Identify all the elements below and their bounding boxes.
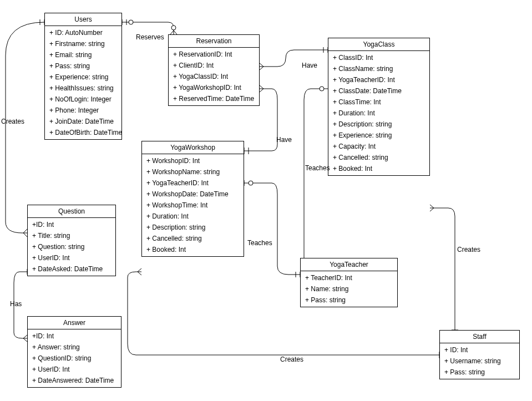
attr: + ClassName: string	[328, 63, 429, 74]
rel-have: Have	[302, 62, 317, 69]
entity-reservation: Reservation + ReservationID: Int + Clien…	[168, 34, 260, 106]
entity-title: Question	[28, 205, 115, 218]
attr: + Capacity: Int	[328, 141, 429, 152]
entity-title: Answer	[28, 317, 121, 329]
attr: + UserID: Int	[28, 252, 115, 263]
attr: + DateAsked: DateTime	[28, 263, 115, 275]
rel-creates: Creates	[280, 356, 303, 363]
attr: + NoOfLogin: Integer	[45, 94, 121, 105]
attr: + Phone: Integer	[45, 105, 121, 116]
attr: + YogaTeacherID: Int	[328, 74, 429, 85]
attr: + Booked: Int	[142, 244, 244, 255]
er-diagram: Users + ID: AutoNumber + Firstname: stri…	[0, 0, 532, 401]
rel-creates: Creates	[1, 118, 24, 125]
attr: + HealthIssues: string	[45, 83, 121, 94]
entity-yogateacher: YogaTeacher + TeacherID: Int + Name: str…	[300, 258, 398, 307]
rel-teaches: Teaches	[305, 164, 330, 172]
attr: + WorkshopDate: DateTime	[142, 189, 244, 200]
entity-body: + ReservationID: Int + ClientID: Int + Y…	[169, 48, 259, 105]
attr: + ClassTime: Int	[328, 97, 429, 108]
entity-title: Users	[45, 13, 121, 26]
attr: + WorkshopTime: Int	[142, 200, 244, 211]
attr: + Name: string	[301, 283, 397, 295]
svg-point-3	[129, 20, 133, 24]
attr: + DateAnswered: DateTime	[28, 375, 121, 386]
attr: + ClassID: Int	[328, 52, 429, 63]
attr: + ReservedTime: DateTime	[169, 93, 259, 104]
attr: + ReservationID: Int	[169, 49, 259, 60]
entity-staff: Staff + ID: Int + Username: string + Pas…	[439, 330, 520, 379]
entity-title: Staff	[440, 331, 519, 343]
rel-creates: Creates	[457, 246, 480, 253]
attr: + TeacherID: Int	[301, 272, 397, 283]
entity-title: YogaTeacher	[301, 258, 397, 271]
attr: + YogaTeacherID: Int	[142, 177, 244, 189]
entity-yogaclass: YogaClass + ClassID: Int + ClassName: st…	[328, 38, 430, 176]
attr: +ID: Int	[28, 331, 121, 342]
attr: + Description: string	[142, 222, 244, 233]
rel-has: Has	[10, 300, 22, 308]
attr: + ID: AutoNumber	[45, 27, 121, 38]
svg-point-1	[249, 181, 253, 185]
attr: + Pass: string	[45, 60, 121, 72]
rel-reserves: Reserves	[136, 33, 164, 41]
entity-title: YogaClass	[328, 38, 429, 51]
attr: + ID: Int	[440, 344, 519, 356]
entity-question: Question +ID: Int + Title: string + Ques…	[27, 205, 116, 276]
rel-have: Have	[276, 136, 292, 144]
attr: + Answer: string	[28, 342, 121, 353]
entity-body: + ClassID: Int + ClassName: string + Yog…	[328, 51, 429, 175]
attr: + Description: string	[328, 119, 429, 130]
attr: + Firstname: string	[45, 38, 121, 49]
entity-body: + ID: AutoNumber + Firstname: string + E…	[45, 26, 121, 139]
attr: + Title: string	[28, 230, 115, 241]
attr: + YogaClassID: Int	[169, 71, 259, 82]
entity-body: + TeacherID: Int + Name: string + Pass: …	[301, 271, 397, 307]
attr: + DateOfBirth: DateTime	[45, 127, 121, 138]
entity-title: Reservation	[169, 35, 259, 48]
attr: + Email: string	[45, 49, 121, 60]
attr: + YogaWorkshopID: Int	[169, 82, 259, 93]
attr: + Duration: Int	[142, 211, 244, 222]
entity-title: YogaWorkshop	[142, 141, 244, 154]
attr: + Experience: string	[45, 72, 121, 83]
attr: + Booked: Int	[328, 163, 429, 174]
entity-yogaworkshop: YogaWorkshop + WorkshopID: Int + Worksho…	[141, 141, 244, 257]
attr: + ClassDate: DateTime	[328, 85, 429, 97]
attr: + Cancelled: string	[142, 233, 244, 244]
attr: + Username: string	[440, 356, 519, 367]
attr: + Pass: string	[440, 367, 519, 378]
rel-teaches: Teaches	[247, 239, 272, 247]
attr: + ClientID: Int	[169, 60, 259, 71]
svg-point-0	[171, 26, 176, 30]
entity-body: + WorkshopID: Int + WorkshopName: string…	[142, 154, 244, 256]
attr: + UserID: Int	[28, 364, 121, 375]
attr: + Cancelled: string	[328, 152, 429, 163]
attr: + JoinDate: DateTime	[45, 116, 121, 127]
attr: + Experience: string	[328, 130, 429, 141]
attr: +ID: Int	[28, 219, 115, 230]
entity-users: Users + ID: AutoNumber + Firstname: stri…	[44, 13, 122, 140]
attr: + Duration: Int	[328, 108, 429, 119]
attr: + WorkshopID: Int	[142, 155, 244, 166]
attr: + WorkshopName: string	[142, 166, 244, 177]
entity-body: +ID: Int + Answer: string + QuestionID: …	[28, 329, 121, 387]
attr: + Pass: string	[301, 295, 397, 306]
entity-body: +ID: Int + Title: string + Question: str…	[28, 218, 115, 276]
svg-point-2	[320, 87, 324, 91]
entity-answer: Answer +ID: Int + Answer: string + Quest…	[27, 316, 121, 388]
attr: + Question: string	[28, 241, 115, 252]
entity-body: + ID: Int + Username: string + Pass: str…	[440, 343, 519, 379]
attr: + QuestionID: string	[28, 353, 121, 364]
